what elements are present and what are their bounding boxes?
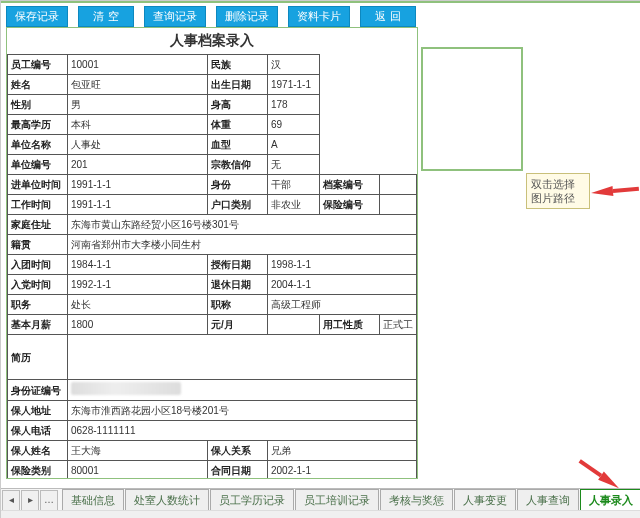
lbl-emp-no: 员工编号 [8,55,68,75]
val-post[interactable]: 处长 [68,295,208,315]
lbl-birth: 出生日期 [207,75,267,95]
val-ins[interactable]: 80001 [68,461,208,480]
val-birth[interactable]: 1971-1-1 [267,75,319,95]
lbl-insno: 保险编号 [319,195,379,215]
nav-first-icon[interactable]: ◂ [2,490,20,512]
panel-title: 人事档案录入 [7,28,417,54]
clear-button[interactable]: 清 空 [78,6,134,27]
val-insno[interactable] [379,195,416,215]
lbl-gender: 性别 [8,95,68,115]
lbl-dept: 单位名称 [8,135,68,155]
card-button[interactable]: 资料卡片 [288,6,350,27]
val-emp-no[interactable]: 10001 [68,55,208,75]
lbl-weight: 体重 [207,115,267,135]
val-nation[interactable]: 汉 [267,55,319,75]
lbl-grel: 保人关系 [207,441,267,461]
lbl-iden: 身份 [207,175,267,195]
val-grel[interactable]: 兄弟 [267,441,416,461]
val-edu[interactable]: 本科 [68,115,208,135]
lbl-resume: 简历 [8,335,68,380]
back-button[interactable]: 返 回 [360,6,416,27]
form-panel: 人事档案录入 员工编号 10001 民族 汉 姓名 包亚旺 出生日期 1971-… [6,27,418,479]
lbl-title: 职称 [207,295,267,315]
val-title[interactable]: 高级工程师 [267,295,416,315]
val-retire[interactable]: 2004-1-1 [267,275,416,295]
photo-hint-tooltip: 双击选择图片路径 [526,173,590,209]
lbl-dang: 入党时间 [8,275,68,295]
tabs: 基础信息 处室人数统计 员工学历记录 员工培训记录 考核与奖惩 人事变更 人事查… [62,489,640,511]
toolbar: 保存记录 清 空 查询记录 删除记录 资料卡片 返 回 [6,6,416,27]
lbl-edu: 最高学历 [8,115,68,135]
lbl-post: 职务 [8,295,68,315]
tab-edu-rec[interactable]: 员工学历记录 [210,489,294,511]
lbl-tuan: 入团时间 [8,255,68,275]
save-button[interactable]: 保存记录 [6,6,68,27]
val-resume[interactable] [68,335,417,380]
val-dang[interactable]: 1992-1-1 [68,275,208,295]
val-gender[interactable]: 男 [68,95,208,115]
delete-button[interactable]: 删除记录 [216,6,278,27]
query-button[interactable]: 查询记录 [144,6,206,27]
tab-entry[interactable]: 人事录入 [580,489,640,511]
tab-reward[interactable]: 考核与奖惩 [380,489,453,511]
lbl-blood: 血型 [207,135,267,155]
tab-change[interactable]: 人事变更 [454,489,516,511]
tab-train-rec[interactable]: 员工培训记录 [295,489,379,511]
val-dept[interactable]: 人事处 [68,135,208,155]
lbl-join: 进单位时间 [8,175,68,195]
lbl-gname: 保人姓名 [8,441,68,461]
val-native[interactable]: 河南省郑州市大李楼小同生村 [68,235,417,255]
val-unit[interactable] [267,315,319,335]
tab-query[interactable]: 人事查询 [517,489,579,511]
sheet-tab-bar: ◂ ▸ … 基础信息 处室人数统计 员工学历记录 员工培训记录 考核与奖惩 人事… [1,488,640,511]
nav-more-icon[interactable]: … [40,490,58,512]
red-arrow-photo [591,186,614,198]
nav-prev-icon[interactable]: ▸ [21,490,39,512]
val-idno[interactable] [68,380,417,401]
val-join[interactable]: 1991-1-1 [68,175,208,195]
val-hirtype[interactable]: 正式工 [379,315,416,335]
val-gaddr[interactable]: 东海市淮西路花园小区18号楼201号 [68,401,417,421]
lbl-idno: 身份证编号 [8,380,68,401]
lbl-ins: 保险类别 [8,461,68,480]
lbl-fileno: 档案编号 [319,175,379,195]
photo-placeholder[interactable] [421,47,523,171]
val-addr[interactable]: 东海市黄山东路经贸小区16号楼301号 [68,215,417,235]
val-relig[interactable]: 无 [267,155,319,175]
val-huk[interactable]: 非农业 [267,195,319,215]
tab-basic[interactable]: 基础信息 [62,489,124,511]
lbl-native: 籍贯 [8,235,68,255]
val-tuan[interactable]: 1984-1-1 [68,255,208,275]
val-work[interactable]: 1991-1-1 [68,195,208,215]
lbl-titdate: 授衔日期 [207,255,267,275]
lbl-gtel: 保人电话 [8,421,68,441]
lbl-work: 工作时间 [8,195,68,215]
lbl-huk: 户口类别 [207,195,267,215]
val-iden[interactable]: 干部 [267,175,319,195]
lbl-cdate: 合同日期 [207,461,267,480]
val-weight[interactable]: 69 [267,115,319,135]
val-salary[interactable]: 1800 [68,315,208,335]
lbl-height: 身高 [207,95,267,115]
val-gtel[interactable]: 0628-1111111 [68,421,417,441]
val-deptno[interactable]: 201 [68,155,208,175]
val-blood[interactable]: A [267,135,319,155]
val-name[interactable]: 包亚旺 [68,75,208,95]
val-titdate[interactable]: 1998-1-1 [267,255,416,275]
lbl-unit: 元/月 [207,315,267,335]
horizontal-scrollbar[interactable] [1,510,640,518]
lbl-deptno: 单位编号 [8,155,68,175]
tab-dept-stat[interactable]: 处室人数统计 [125,489,209,511]
form-table: 员工编号 10001 民族 汉 姓名 包亚旺 出生日期 1971-1-1 性别 … [7,54,417,479]
lbl-salary: 基本月薪 [8,315,68,335]
val-cdate[interactable]: 2002-1-1 [267,461,416,480]
lbl-addr: 家庭住址 [8,215,68,235]
lbl-nation: 民族 [207,55,267,75]
lbl-gaddr: 保人地址 [8,401,68,421]
lbl-relig: 宗教信仰 [207,155,267,175]
val-fileno[interactable] [379,175,416,195]
lbl-retire: 退休日期 [207,275,267,295]
lbl-name: 姓名 [8,75,68,95]
val-gname[interactable]: 王大海 [68,441,208,461]
val-height[interactable]: 178 [267,95,319,115]
